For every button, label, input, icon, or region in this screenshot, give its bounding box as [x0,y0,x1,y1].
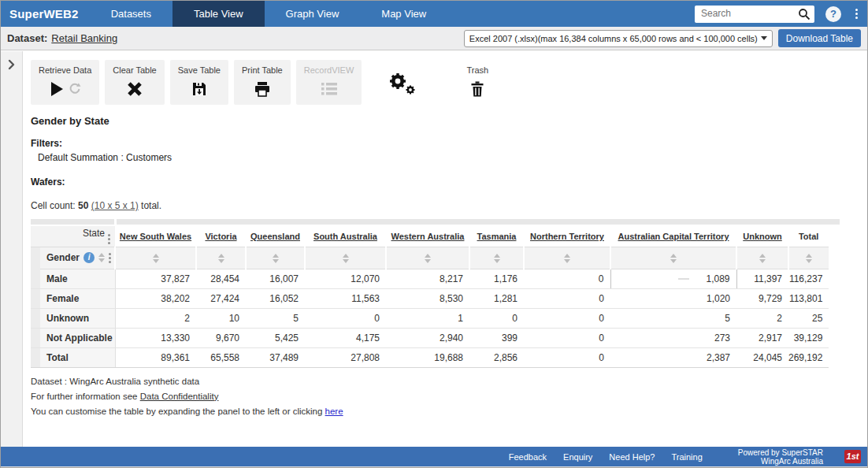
retrieve-data-button[interactable]: Retrieve Data [31,60,99,105]
cell-female-unknown[interactable]: 9,729 [736,288,788,308]
cell-unknown-northern-territory[interactable]: 0 [524,308,610,328]
cell-unknown-new-south-wales[interactable]: 2 [115,308,196,328]
table-options-button[interactable] [387,71,418,99]
column-header-unknown[interactable]: Unknown [736,225,788,247]
sort-cell-queensland[interactable] [246,247,305,269]
column-header-victoria[interactable]: Victoria [196,225,246,247]
cell-unknown-victoria[interactable]: 10 [196,308,246,328]
sort-control-icon[interactable] [273,254,279,263]
column-header-northern-territory[interactable]: Northern Territory [524,225,610,247]
footer-link-need-help[interactable]: Need Help? [609,452,655,462]
cell-total-new-south-wales[interactable]: 89,361 [115,347,196,367]
column-header-western-australia[interactable]: Western Australia [386,225,469,247]
sort-control-icon[interactable] [759,254,766,263]
column-header-australian-capital-territory[interactable]: Australian Capital Territory [610,225,736,247]
cell-male-new-south-wales[interactable]: 37,827 [115,269,196,288]
cell-female-victoria[interactable]: 27,424 [196,288,246,308]
dataset-name-link[interactable]: Retail Banking [51,32,117,44]
export-format-select[interactable]: Excel 2007 (.xlsx)(max 16,384 columns x … [464,30,773,47]
cell-total-western-australia[interactable]: 19,688 [386,347,469,367]
cell-unknown-australian-capital-territory[interactable]: 5 [610,308,736,328]
cell-male-western-australia[interactable]: 8,217 [386,269,469,288]
cell-total-victoria[interactable]: 65,558 [196,347,246,367]
cell-total-queensland[interactable]: 37,489 [246,347,305,367]
cell-female-queensland[interactable]: 16,052 [246,288,305,308]
overflow-menu-icon[interactable] [854,7,859,20]
info-icon[interactable]: i [83,252,95,263]
search-icon[interactable] [798,8,811,20]
footer-link-enquiry[interactable]: Enquiry [563,452,592,462]
tab-map-view[interactable]: Map View [360,1,447,27]
sort-control-icon[interactable] [425,254,431,263]
cell-male-south-australia[interactable]: 12,070 [305,269,386,288]
column-header-tasmania[interactable]: Tasmania [469,225,524,247]
cell-male-australian-capital-territory[interactable]: 1,089 [610,269,736,288]
sort-control-icon[interactable] [153,254,159,263]
cell-not-applicable-victoria[interactable]: 9,670 [196,328,246,347]
cell-not-applicable-queensland[interactable]: 5,425 [246,328,305,347]
column-header-south-australia[interactable]: South Australia [305,225,386,247]
cell-total-tasmania[interactable]: 2,856 [469,347,524,367]
sort-cell-south-australia[interactable] [305,247,386,269]
cell-not-applicable-western-australia[interactable]: 2,940 [386,328,469,347]
sort-cell-unknown[interactable] [736,247,788,269]
search-input[interactable] [695,6,788,21]
sort-cell-victoria[interactable] [196,247,246,269]
cell-total-northern-territory[interactable]: 0 [524,347,610,367]
sort-cell-western-australia[interactable] [386,247,469,269]
print-table-button[interactable]: Print Table [234,60,291,105]
cell-unknown-western-australia[interactable]: 1 [386,308,469,328]
cell-total-unknown[interactable]: 24,045 [736,347,788,367]
expand-panel-chevron-icon[interactable] [8,59,15,70]
sort-cell-total[interactable] [788,247,829,269]
cell-not-applicable-unknown[interactable]: 2,917 [736,328,788,347]
cell-male-tasmania[interactable]: 1,176 [469,269,524,288]
cell-female-tasmania[interactable]: 1,281 [469,288,524,308]
customise-here-link[interactable]: here [325,407,343,416]
trash-button[interactable]: Trash [451,60,503,105]
cell-unknown-queensland[interactable]: 5 [246,308,305,328]
tab-datasets[interactable]: Datasets [90,1,172,27]
cell-male-queensland[interactable]: 16,007 [246,269,305,288]
cell-male-unknown[interactable]: 11,397 [736,269,788,288]
cell-female-australian-capital-territory[interactable]: 1,020 [610,288,736,308]
cell-unknown-tasmania[interactable]: 0 [469,308,524,328]
sort-control-icon[interactable] [494,254,500,263]
cell-female-south-australia[interactable]: 11,563 [305,288,386,308]
data-confidentiality-link[interactable]: Data Confidentiality [140,392,219,401]
cell-not-applicable-australian-capital-territory[interactable]: 273 [610,328,736,347]
column-header-new-south-wales[interactable]: New South Wales [115,225,196,247]
help-icon[interactable]: ? [825,6,841,22]
sort-control-icon[interactable] [564,254,570,263]
cell-not-applicable-northern-territory[interactable]: 0 [524,328,610,347]
sort-control-icon[interactable] [806,254,812,263]
cell-count-link[interactable]: (10 x 5 x 1) [91,200,139,211]
tab-graph-view[interactable]: Graph View [265,1,361,27]
state-menu-icon[interactable] [108,234,110,244]
footer-link-training[interactable]: Training [671,452,702,462]
cell-not-applicable-tasmania[interactable]: 399 [469,328,524,347]
cell-female-western-australia[interactable]: 8,530 [386,288,469,308]
cell-unknown-total[interactable]: 25 [788,308,829,328]
cell-unknown-south-australia[interactable]: 0 [305,308,386,328]
sort-control-icon[interactable] [218,254,224,263]
cell-not-applicable-south-australia[interactable]: 4,175 [305,328,386,347]
sort-control-icon[interactable] [670,254,677,263]
sort-cell-tasmania[interactable] [469,247,524,269]
cell-female-new-south-wales[interactable]: 38,202 [115,288,196,308]
sort-cell-northern-territory[interactable] [524,247,610,269]
cell-male-northern-territory[interactable]: 0 [524,269,610,288]
column-header-queensland[interactable]: Queensland [246,225,305,247]
sort-cell-australian-capital-territory[interactable] [610,247,736,269]
footer-link-feedback[interactable]: Feedback [509,452,547,462]
tab-table-view[interactable]: Table View [172,1,265,27]
cell-unknown-unknown[interactable]: 2 [736,308,788,328]
cell-total-total[interactable]: 269,192 [788,347,829,367]
cell-male-total[interactable]: 116,237 [788,269,829,288]
gender-menu-icon[interactable] [109,253,111,263]
cell-total-australian-capital-territory[interactable]: 2,387 [610,347,736,367]
cell-not-applicable-total[interactable]: 39,129 [788,328,829,347]
download-table-button[interactable]: Download Table [778,29,861,47]
clear-table-button[interactable]: Clear Table [105,60,164,105]
cell-total-south-australia[interactable]: 27,808 [305,347,386,367]
